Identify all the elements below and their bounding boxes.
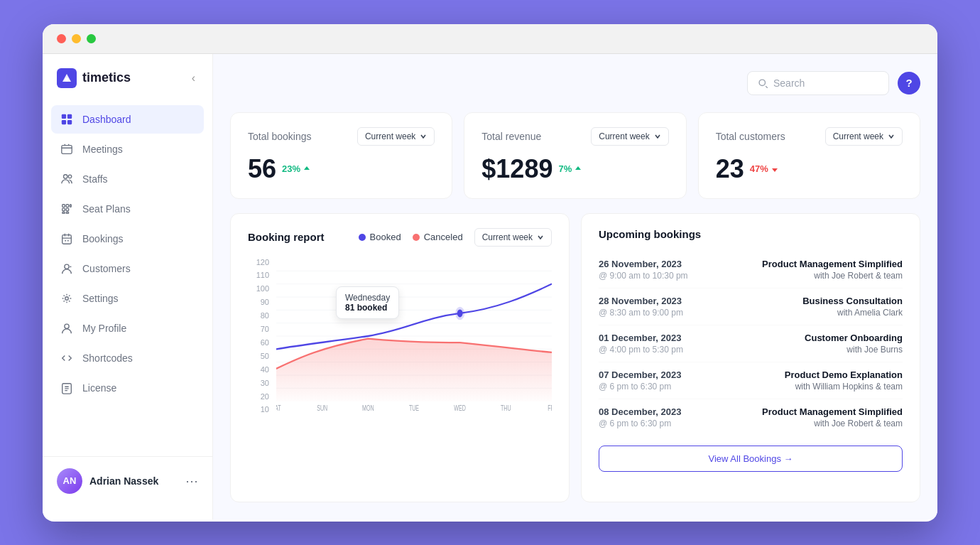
svg-point-17 [65, 296, 69, 300]
svg-rect-5 [62, 145, 72, 153]
svg-rect-15 [62, 234, 72, 244]
svg-rect-1 [62, 114, 66, 118]
chevron-down-icon [537, 234, 544, 241]
y-axis: 120 110 100 90 80 70 60 50 40 30 20 10 [248, 258, 269, 414]
booking-time: @ 8:30 am to 9:00 pm [599, 308, 683, 318]
svg-rect-11 [62, 208, 65, 211]
sidebar-item-license[interactable]: License [51, 374, 204, 402]
booking-time: @ 6 pm to 6:30 pm [599, 382, 681, 392]
y-label: 50 [248, 352, 269, 360]
y-label: 30 [248, 379, 269, 387]
sidebar-item-customers[interactable]: Customers [51, 254, 204, 283]
svg-rect-13 [62, 212, 65, 213]
svg-rect-4 [67, 119, 72, 124]
arrow-up-icon [574, 165, 582, 173]
stat-header: Total revenue Current week [481, 127, 668, 146]
minimize-dot[interactable] [72, 34, 81, 43]
settings-icon [60, 291, 74, 306]
booking-event: Product Management Simplified [762, 259, 903, 269]
stat-title: Total customers [716, 131, 785, 142]
seat-plans-icon [60, 202, 74, 216]
sidebar-item-dashboard[interactable]: Dashboard [51, 105, 204, 134]
stats-row: Total bookings Current week 56 23% [230, 112, 920, 199]
sidebar-item-label: My Profile [82, 323, 126, 334]
sidebar-item-settings[interactable]: Settings [51, 284, 204, 313]
period-selector-bookings[interactable]: Current week [357, 127, 435, 146]
arrow-up-icon [303, 165, 311, 173]
chart-title: Booking report [248, 231, 325, 243]
booking-item: 08 December, 2023 @ 6 pm to 6:30 pm Prod… [599, 399, 903, 436]
chart-period-selector[interactable]: Current week [474, 228, 552, 247]
svg-text:SUN: SUN [317, 404, 327, 413]
logo-icon [57, 68, 77, 88]
collapse-button[interactable]: ‹ [189, 69, 198, 87]
shortcodes-icon [60, 351, 74, 365]
chevron-down-icon [888, 133, 895, 140]
stat-header: Total customers Current week [716, 127, 903, 146]
svg-text:FRI: FRI [548, 404, 552, 413]
chart-legend: Booked Canceled [359, 232, 463, 242]
stat-title: Total bookings [248, 131, 312, 142]
stat-card-revenue: Total revenue Current week $1289 7% [464, 112, 686, 199]
y-label: 80 [248, 311, 269, 320]
sidebar-item-bookings[interactable]: Bookings [51, 225, 204, 253]
y-label: 20 [248, 392, 269, 401]
legend-canceled: Canceled [413, 232, 463, 242]
sidebar-item-seat-plans[interactable]: Seat Plans [51, 195, 204, 223]
sidebar-item-shortcodes[interactable]: Shortcodes [51, 344, 204, 372]
stat-badge: 23% [282, 163, 311, 174]
svg-rect-3 [62, 119, 66, 124]
booking-item: 28 November, 2023 @ 8:30 am to 9:00 pm B… [599, 288, 903, 325]
y-label: 90 [248, 298, 269, 306]
booking-date: 26 November, 2023 [599, 259, 688, 269]
booking-time: @ 9:00 am to 10:30 pm [599, 271, 688, 281]
svg-text:MON: MON [362, 404, 374, 413]
sidebar-item-my-profile[interactable]: My Profile [51, 314, 204, 342]
sidebar-item-label: License [82, 382, 116, 394]
search-icon [758, 78, 768, 88]
svg-rect-9 [66, 204, 69, 207]
view-all-bookings-button[interactable]: View All Bookings → [599, 446, 903, 472]
sidebar-item-label: Seat Plans [82, 203, 131, 215]
svg-point-6 [64, 174, 67, 178]
chevron-down-icon [420, 133, 427, 140]
y-label: 10 [248, 405, 269, 414]
stat-value: $1289 7% [481, 154, 668, 184]
stat-value: 23 47% [716, 154, 903, 184]
period-selector-customers[interactable]: Current week [825, 127, 903, 146]
canceled-dot [413, 234, 420, 241]
svg-text:TUE: TUE [409, 404, 419, 413]
booking-event: Product Management Simplified [762, 406, 903, 417]
booking-event: Customer Onboarding [805, 333, 903, 343]
profile-icon [60, 321, 74, 335]
svg-rect-14 [66, 212, 69, 213]
booking-event: Business Consultation [802, 296, 903, 306]
sidebar-item-meetings[interactable]: Meetings [51, 135, 204, 163]
stat-card-bookings: Total bookings Current week 56 23% [230, 112, 452, 199]
maximize-dot[interactable] [87, 34, 96, 43]
svg-rect-10 [70, 204, 72, 207]
user-more-button[interactable]: ⋯ [185, 473, 198, 489]
booking-item: 01 December, 2023 @ 4:00 pm to 5:30 pm C… [599, 325, 903, 362]
booked-line [276, 284, 552, 349]
logo-area: timetics ‹ [43, 68, 212, 105]
y-label: 120 [248, 258, 269, 266]
booking-time: @ 6 pm to 6:30 pm [599, 419, 681, 428]
sidebar-nav: Dashboard Meetings Staffs [43, 105, 212, 456]
svg-rect-8 [62, 204, 65, 207]
svg-point-18 [65, 324, 69, 328]
search-box[interactable]: Search [747, 71, 889, 95]
svg-text:THU: THU [501, 404, 511, 413]
booking-item: 07 December, 2023 @ 6 pm to 6:30 pm Prod… [599, 362, 903, 399]
svg-text:SAT: SAT [276, 404, 281, 413]
sidebar-item-staffs[interactable]: Staffs [51, 165, 204, 193]
period-selector-revenue[interactable]: Current week [591, 127, 668, 146]
user-name: Adrian Nassek [89, 475, 158, 487]
help-button[interactable]: ? [898, 72, 920, 95]
booking-event: Product Demo Explanation [785, 369, 903, 380]
close-dot[interactable] [57, 34, 66, 43]
svg-point-7 [68, 175, 72, 178]
upcoming-card: Upcoming bookings 26 November, 2023 @ 9:… [581, 213, 920, 502]
booking-with: with Amelia Clark [802, 308, 903, 318]
y-label: 70 [248, 325, 269, 333]
